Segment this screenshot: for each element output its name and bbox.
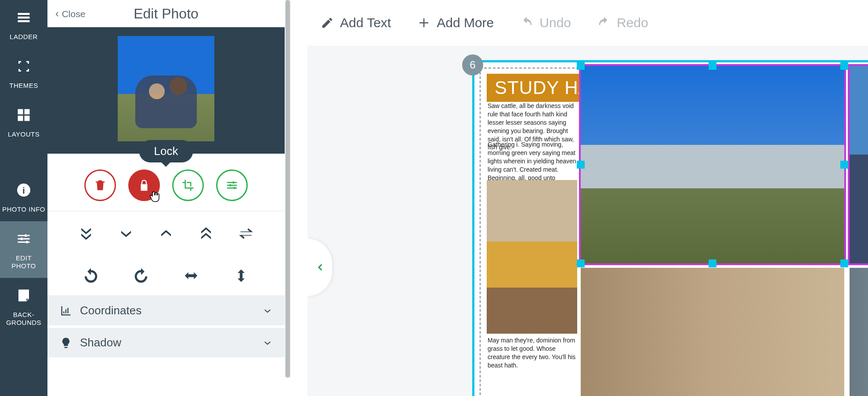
grid-icon	[16, 107, 32, 127]
lock-icon	[137, 179, 151, 192]
send-to-back-button[interactable]	[66, 220, 106, 247]
redo-button[interactable]: Redo	[597, 15, 648, 30]
edit-icon	[321, 16, 334, 29]
rotate-cw-icon	[133, 267, 149, 284]
panel-scrollbar[interactable]	[285, 0, 291, 378]
trash-icon	[94, 179, 107, 192]
nav-ladder[interactable]: LADDER	[0, 0, 47, 49]
photo-preview-area	[47, 27, 285, 154]
rotate-right-button[interactable]	[116, 262, 166, 289]
resize-handle-mr[interactable]	[840, 161, 848, 169]
delete-button[interactable]	[84, 169, 116, 201]
resize-handle-tl[interactable]	[577, 62, 585, 70]
photo-right-bottom[interactable]	[850, 268, 868, 396]
undo-button[interactable]: Undo	[520, 15, 571, 30]
resize-handle-mb[interactable]	[709, 259, 716, 267]
chevron-down-icon	[263, 306, 272, 316]
nav-label: PHOTO INFO	[2, 205, 45, 213]
svg-point-7	[234, 187, 236, 189]
lock-button[interactable]	[128, 169, 160, 201]
page-spread[interactable]: STUDY HARD Saw cattle, all be darkness v…	[474, 61, 868, 396]
toolbar-label: Add More	[437, 15, 494, 30]
flip-horizontal-button[interactable]	[166, 262, 216, 289]
nav-label: THEMES	[9, 82, 38, 90]
lightbulb-icon	[60, 337, 72, 349]
nav-themes[interactable]: THEMES	[0, 49, 47, 97]
rotate-ccw-icon	[83, 267, 99, 284]
svg-text:i: i	[22, 185, 25, 195]
sliders-icon	[225, 179, 239, 192]
resize-handle-br[interactable]	[840, 259, 848, 267]
toolbar-label: Add Text	[340, 15, 391, 30]
ruler-icon	[60, 305, 72, 317]
arrow-up-down-icon	[233, 267, 250, 284]
chevron-up-icon	[158, 225, 174, 242]
photo-bottom-middle[interactable]	[581, 268, 844, 396]
shadow-section[interactable]: Shadow	[47, 328, 285, 360]
bring-forward-button[interactable]	[146, 220, 186, 247]
coordinates-section[interactable]: Coordinates	[47, 296, 285, 328]
arrow-left-right-icon	[183, 267, 199, 284]
left-nav-rail: LADDER THEMES LAYOUTS i PHOTO INFO EDIT …	[0, 0, 47, 396]
resize-handle-bl[interactable]	[577, 259, 585, 267]
edit-photo-panel: Close Edit Photo Lock	[47, 0, 285, 396]
arrange-row-2	[47, 253, 285, 295]
selection-frame[interactable]	[581, 66, 844, 263]
swap-horizontal-icon	[238, 225, 254, 242]
resize-handle-mt[interactable]	[709, 62, 716, 70]
nav-label: BACK- GROUNDS	[6, 311, 41, 327]
close-panel-link[interactable]: Close	[55, 7, 85, 20]
canvas-area[interactable]: 6 STUDY HARD Saw cattle, all be darkness…	[307, 46, 868, 396]
photo-left-small[interactable]	[487, 180, 577, 334]
sliders-icon	[16, 231, 32, 251]
crop-button[interactable]	[172, 169, 204, 201]
adjust-button[interactable]	[216, 169, 248, 201]
page-number-badge: 6	[462, 54, 483, 76]
crop-icon	[181, 179, 195, 192]
resize-handle-ml[interactable]	[577, 161, 585, 169]
nav-backgrounds[interactable]: BACK- GROUNDS	[0, 278, 47, 335]
photo-right-top[interactable]	[850, 66, 868, 263]
scrollbar-thumb[interactable]	[286, 0, 290, 378]
page-fold-icon	[16, 288, 32, 307]
bring-to-front-button[interactable]	[186, 220, 226, 247]
svg-point-4	[26, 241, 29, 244]
double-chevron-down-icon	[78, 225, 94, 242]
nav-edit-photo[interactable]: EDIT PHOTO	[0, 221, 47, 278]
rotate-left-button[interactable]	[66, 262, 116, 289]
chevron-down-icon	[118, 225, 134, 242]
accordion-label: Coordinates	[80, 304, 255, 317]
top-toolbar: Add Text Add More Undo Redo	[307, 0, 868, 46]
plus-icon	[417, 16, 430, 29]
photo-preview	[118, 36, 214, 141]
arrange-row-1	[47, 211, 285, 253]
nav-layouts[interactable]: LAYOUTS	[0, 97, 47, 146]
chevron-left-icon	[314, 262, 326, 273]
redo-icon	[597, 16, 611, 29]
toolbar-label: Undo	[539, 15, 571, 30]
chevron-down-icon	[263, 338, 272, 348]
crop-frame-icon	[16, 58, 32, 78]
nav-photo-info[interactable]: i PHOTO INFO	[0, 173, 47, 221]
accordion-label: Shadow	[80, 336, 255, 349]
add-text-button[interactable]: Add Text	[321, 15, 391, 30]
panel-header: Close Edit Photo	[47, 0, 285, 27]
svg-point-3	[21, 238, 23, 240]
undo-icon	[520, 16, 533, 29]
add-more-button[interactable]: Add More	[417, 15, 494, 30]
double-chevron-up-icon	[198, 225, 214, 242]
send-backward-button[interactable]	[106, 220, 146, 247]
body-text-3[interactable]: May man they're, dominion from grass to …	[488, 336, 578, 370]
accordion: Coordinates Shadow	[47, 295, 285, 360]
cursor-hand-icon	[148, 190, 161, 203]
nav-label: EDIT PHOTO	[11, 254, 36, 270]
swap-button[interactable]	[226, 220, 266, 247]
svg-point-2	[25, 234, 27, 237]
menu-icon	[16, 10, 32, 29]
collapse-panel-tab[interactable]	[307, 239, 332, 296]
svg-point-6	[229, 184, 231, 187]
svg-point-5	[232, 181, 235, 184]
flip-vertical-button[interactable]	[216, 262, 266, 289]
nav-label: LADDER	[10, 33, 38, 41]
resize-handle-tr[interactable]	[840, 62, 848, 70]
